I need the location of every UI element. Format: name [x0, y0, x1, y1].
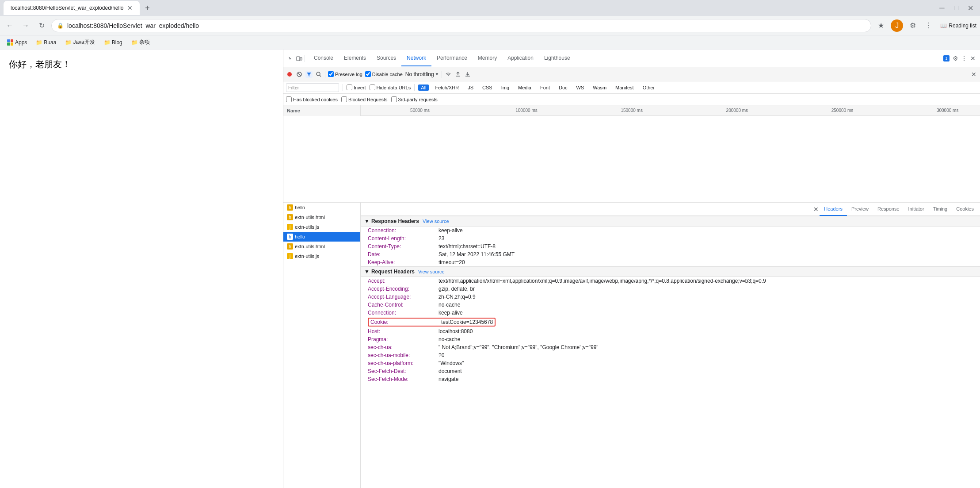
lock-icon: 🔒 [57, 23, 64, 29]
address-bar[interactable]: 🔒 localhost:8080/HelloServlet_war_explod… [51, 19, 871, 32]
tab-elements[interactable]: Elements [339, 50, 371, 66]
profile-button[interactable]: J [891, 19, 903, 32]
tab-lighthouse[interactable]: Lighthouse [539, 50, 576, 66]
req-hname-9: sec-ch-ua-platform: [368, 360, 439, 366]
filter-doc[interactable]: Doc [556, 85, 570, 91]
hide-data-label[interactable]: Hide data URLs [370, 85, 411, 90]
tab-elements-label: Elements [344, 55, 366, 61]
detail-close-button[interactable]: ✕ [812, 206, 820, 213]
detail-tab-headers-label: Headers [824, 206, 843, 211]
tab-performance[interactable]: Performance [431, 50, 473, 66]
settings-icon[interactable]: ⚙ [952, 55, 959, 62]
browser-controls: ─ □ ✕ [936, 2, 976, 14]
expand-icon[interactable]: ✕ [970, 71, 977, 78]
maximize-button[interactable]: □ [950, 2, 962, 14]
filter-other[interactable]: Other [640, 85, 658, 91]
bookmark-button[interactable]: ★ [875, 19, 887, 32]
menu-button[interactable]: ⋮ [923, 19, 935, 32]
filter-media[interactable]: Media [515, 85, 534, 91]
throttling-selector[interactable]: No throttling ▼ [405, 71, 439, 77]
extensions-button[interactable]: ⚙ [907, 19, 919, 32]
filter-js[interactable]: JS [465, 85, 476, 91]
req-hname-6: Pragma: [368, 336, 439, 342]
detail-tab-cookies[interactable]: Cookies [952, 203, 978, 216]
blocked-cookies-label[interactable]: Has blocked cookies [286, 96, 338, 102]
tab-network[interactable]: Network [401, 50, 431, 66]
filter-all[interactable]: All [418, 85, 429, 91]
third-party-label[interactable]: 3rd-party requests [391, 96, 438, 102]
minimize-button[interactable]: ─ [936, 2, 948, 14]
request-name-hello2: hello [295, 234, 305, 239]
reload-button[interactable]: ↻ [35, 19, 48, 32]
disable-cache-label[interactable]: Disable cache [365, 71, 403, 77]
detail-tab-initiator[interactable]: Initiator [904, 203, 929, 216]
tab-memory[interactable]: Memory [473, 50, 502, 66]
request-item-hello1[interactable]: h hello [283, 203, 360, 212]
notification-icon[interactable]: 1 [943, 55, 950, 62]
clear-button[interactable] [296, 71, 303, 78]
bookmark-buaa[interactable]: 📁 Buaa [32, 38, 60, 46]
bookmark-java[interactable]: 📁 Java开发 [61, 38, 98, 47]
request-item-extn-js1[interactable]: j extn-utils.js [283, 222, 360, 232]
close-button[interactable]: ✕ [964, 2, 976, 14]
reading-list-btn[interactable]: 📖 Reading list [940, 23, 976, 29]
download-icon[interactable] [464, 71, 471, 78]
tab-sources[interactable]: Sources [371, 50, 401, 66]
tab-console[interactable]: Console [309, 50, 339, 66]
blocked-cookies-checkbox[interactable] [286, 96, 292, 102]
detail-tab-timing[interactable]: Timing [929, 203, 952, 216]
resp-header-value-4: timeout=20 [439, 259, 465, 265]
request-item-hello2[interactable]: h hello [283, 232, 360, 242]
request-item-extn-js2[interactable]: j extn-utils.js [283, 251, 360, 261]
wifi-icon[interactable] [445, 71, 452, 78]
search-icon[interactable] [315, 71, 322, 78]
request-headers-toggle[interactable]: ▼ [364, 269, 370, 275]
filter-font[interactable]: Font [538, 85, 553, 91]
response-header-content-type: Content-Type: text/html;charset=UTF-8 [361, 242, 980, 250]
bookmark-misc[interactable]: 📁 杂项 [128, 38, 153, 47]
hide-data-checkbox[interactable] [370, 85, 375, 90]
detail-tab-response[interactable]: Response [873, 203, 904, 216]
blocked-requests-checkbox[interactable] [341, 96, 347, 102]
bookmark-apps[interactable]: Apps [4, 38, 31, 46]
filter-fetchxhr[interactable]: Fetch/XHR [432, 85, 461, 91]
detail-tab-headers[interactable]: Headers [820, 203, 847, 216]
invert-label[interactable]: Invert [347, 85, 366, 90]
back-button[interactable]: ← [4, 19, 16, 32]
inspect-icon[interactable] [287, 55, 294, 62]
tab-network-label: Network [407, 55, 426, 61]
blocked-requests-label[interactable]: Blocked Requests [341, 96, 388, 102]
tab-memory-label: Memory [478, 55, 497, 61]
new-tab-button[interactable]: + [141, 2, 154, 14]
req-hvalue-7: " Not A;Brand";v="99", "Chromium";v="99"… [439, 344, 599, 350]
request-item-extn-html2[interactable]: h extn-utils.html [283, 242, 360, 251]
invert-checkbox[interactable] [347, 85, 352, 90]
more-options-icon[interactable]: ⋮ [961, 55, 968, 62]
filter-manifest[interactable]: Manifest [613, 85, 637, 91]
request-item-extn-html1[interactable]: h extn-utils.html [283, 212, 360, 222]
request-name-hello1: hello [295, 205, 305, 210]
third-party-checkbox[interactable] [391, 96, 397, 102]
bookmark-blog[interactable]: 📁 Blog [100, 38, 126, 46]
preserve-log-checkbox[interactable] [328, 71, 334, 77]
filter-icon[interactable] [305, 71, 313, 78]
detail-tab-preview[interactable]: Preview [847, 203, 873, 216]
tab-application[interactable]: Application [502, 50, 539, 66]
upload-icon[interactable] [454, 71, 461, 78]
filter-input[interactable] [286, 83, 339, 92]
preserve-log-label[interactable]: Preserve log [328, 71, 362, 77]
device-icon[interactable] [296, 55, 303, 62]
filter-css[interactable]: CSS [480, 85, 495, 91]
filter-wasm[interactable]: Wasm [590, 85, 609, 91]
close-devtools-icon[interactable]: ✕ [969, 55, 976, 62]
view-source-link[interactable]: View source [423, 219, 449, 224]
tab-close-icon[interactable]: ✕ [127, 4, 133, 12]
disable-cache-checkbox[interactable] [365, 71, 371, 77]
response-headers-toggle[interactable]: ▼ [364, 218, 370, 224]
active-tab[interactable]: localhost:8080/HelloServlet_war_exploded… [4, 1, 140, 15]
forward-button[interactable]: → [19, 19, 32, 32]
filter-img[interactable]: Img [499, 85, 512, 91]
filter-ws[interactable]: WS [574, 85, 587, 91]
request-view-source-link[interactable]: View source [418, 269, 445, 274]
record-button[interactable] [286, 71, 293, 78]
